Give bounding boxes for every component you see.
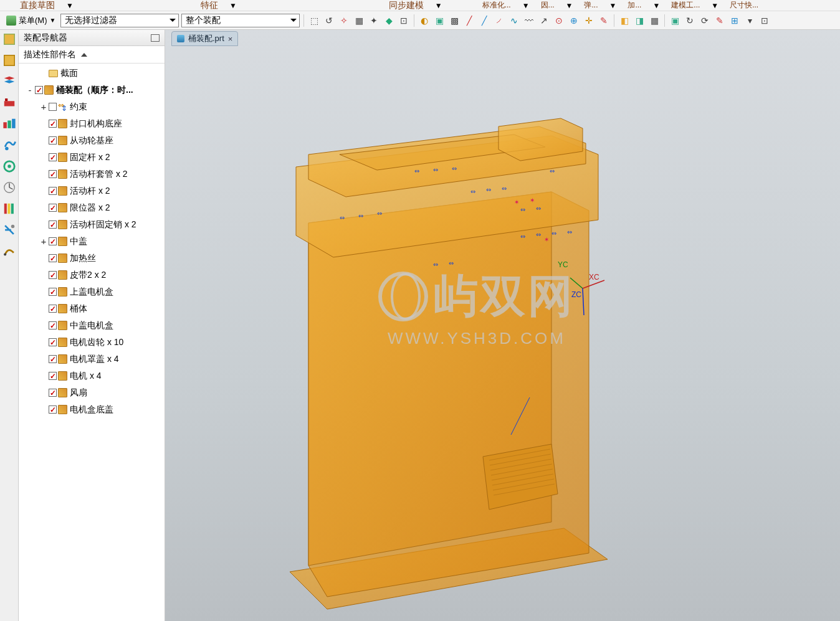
maximize-icon[interactable] — [151, 34, 160, 42]
tree-row[interactable]: 加热丝 — [19, 250, 165, 267]
tree-row[interactable]: 封口机构底座 — [19, 115, 165, 132]
strip-icon[interactable] — [2, 75, 16, 88]
document-tab[interactable]: 桶装配.prt × — [171, 31, 238, 46]
viewport[interactable]: 桶装配.prt × — [165, 30, 840, 621]
strip-icon[interactable] — [2, 181, 16, 194]
menu-feature[interactable]: 特征 — [193, 0, 226, 11]
tree-row[interactable]: 桶体 — [19, 300, 165, 317]
strip-icon[interactable] — [2, 117, 16, 131]
strip-icon[interactable] — [2, 223, 16, 237]
tool-icon[interactable]: ⊞ — [728, 14, 741, 27]
menu-e[interactable]: 尺寸快... — [722, 0, 766, 11]
tree-row[interactable]: 电机齿轮 x 10 — [19, 334, 165, 351]
tree-row[interactable]: 风扇 — [19, 384, 165, 401]
expander-icon[interactable]: + — [40, 103, 47, 111]
close-icon[interactable]: × — [228, 34, 233, 44]
tool-icon[interactable]: ◧ — [618, 14, 631, 27]
strip-icon[interactable] — [2, 96, 16, 110]
tool-icon[interactable]: ◐ — [418, 14, 431, 27]
tool-icon[interactable]: ╱ — [463, 14, 475, 27]
checkbox[interactable] — [49, 355, 57, 363]
tool-icon[interactable]: ✎ — [714, 14, 726, 27]
tool-icon[interactable]: ╱ — [478, 14, 490, 27]
strip-icon[interactable] — [2, 159, 16, 173]
tree-row[interactable]: 电机 x 4 — [19, 367, 165, 384]
menu-a[interactable]: 因... — [533, 0, 562, 11]
tool-icon[interactable]: ✛ — [583, 14, 595, 27]
tree-row[interactable]: 电机盒底盖 — [19, 401, 165, 418]
checkbox[interactable] — [49, 187, 57, 195]
tree-row[interactable]: 上盖电机盒 — [19, 283, 165, 300]
checkbox[interactable] — [49, 288, 57, 296]
tool-icon[interactable]: ◆ — [383, 14, 395, 27]
tree-row[interactable]: +中盖 — [19, 233, 165, 250]
menu-c[interactable]: 加... — [620, 0, 649, 11]
tree-row[interactable]: 活动杆固定销 x 2 — [19, 216, 165, 233]
tool-icon[interactable]: ⊙ — [553, 14, 565, 27]
tool-icon[interactable]: ▩ — [448, 14, 461, 27]
strip-icon[interactable] — [2, 202, 16, 216]
tool-icon[interactable]: ▣ — [669, 14, 681, 27]
strip-icon[interactable] — [2, 54, 16, 67]
tool-icon[interactable]: ▦ — [353, 14, 365, 27]
checkbox[interactable] — [49, 103, 57, 111]
tool-icon[interactable]: ⟋ — [493, 14, 505, 27]
filter-select[interactable]: 无选择过滤器 — [60, 14, 179, 27]
checkbox[interactable] — [49, 170, 57, 178]
checkbox[interactable] — [49, 338, 57, 346]
menu-d[interactable]: 建模工... — [664, 0, 707, 11]
checkbox[interactable] — [49, 389, 57, 397]
checkbox[interactable] — [49, 321, 57, 329]
tool-icon[interactable]: ▾ — [743, 14, 756, 27]
tree-row[interactable]: -桶装配（顺序：时... — [19, 82, 165, 98]
tree-row[interactable]: 从动轮基座 — [19, 132, 165, 149]
tree-row[interactable]: 活动杆 x 2 — [19, 183, 165, 199]
checkbox[interactable] — [49, 136, 57, 145]
strip-icon[interactable] — [2, 138, 16, 152]
tool-icon[interactable]: ⟳ — [699, 14, 711, 27]
tree-row[interactable]: 固定杆 x 2 — [19, 149, 165, 166]
tool-icon[interactable]: ↻ — [684, 14, 696, 27]
tool-icon[interactable]: ✎ — [598, 14, 610, 27]
strip-icon[interactable] — [2, 32, 16, 46]
tool-icon[interactable]: ▣ — [433, 14, 446, 27]
tool-icon[interactable]: ⊡ — [758, 14, 771, 27]
menu-sketch[interactable]: 直接草图 — [12, 0, 62, 11]
tool-icon[interactable]: ∿ — [508, 14, 520, 27]
tree-row[interactable]: 电机罩盖 x 4 — [19, 351, 165, 367]
tree-row[interactable]: 中盖电机盒 — [19, 317, 165, 334]
tool-icon[interactable]: ⊕ — [568, 14, 580, 27]
checkbox[interactable] — [35, 86, 43, 94]
column-header[interactable]: 描述性部件名 — [19, 46, 165, 64]
tool-icon[interactable]: ✧ — [338, 14, 350, 27]
checkbox[interactable] — [49, 237, 57, 245]
checkbox[interactable] — [49, 220, 57, 229]
checkbox[interactable] — [49, 254, 57, 262]
tool-icon[interactable]: ◨ — [633, 14, 646, 27]
menu-b[interactable]: 弹... — [576, 0, 605, 11]
checkbox[interactable] — [49, 120, 57, 128]
tree-row[interactable]: +约束 — [19, 98, 165, 115]
expander-icon[interactable]: + — [40, 238, 47, 245]
checkbox[interactable] — [49, 204, 57, 212]
tool-icon[interactable]: ▦ — [648, 14, 661, 27]
tree-row[interactable]: 活动杆套管 x 2 — [19, 166, 165, 183]
checkbox[interactable] — [49, 305, 57, 313]
main-menu-button[interactable]: 菜单(M) ▼ — [4, 14, 58, 27]
tree-row[interactable]: 截面 — [19, 65, 165, 82]
checkbox[interactable] — [49, 153, 57, 161]
strip-icon[interactable] — [2, 244, 16, 258]
tree-row[interactable]: 限位器 x 2 — [19, 199, 165, 216]
checkbox[interactable] — [49, 271, 57, 279]
tool-icon[interactable]: ✦ — [368, 14, 380, 27]
tool-icon[interactable]: ↗ — [538, 14, 550, 27]
menu-sync[interactable]: 同步建模 — [381, 0, 431, 11]
checkbox[interactable] — [49, 372, 57, 380]
checkbox[interactable] — [49, 405, 57, 414]
tool-icon[interactable]: ⊡ — [398, 14, 410, 27]
tree-row[interactable]: 皮带2 x 2 — [19, 267, 165, 283]
tool-icon[interactable]: ↺ — [323, 14, 335, 27]
menu-std[interactable]: 标准化... — [475, 0, 518, 11]
tool-icon[interactable]: 〰 — [523, 14, 535, 27]
tool-icon[interactable]: ⬚ — [308, 14, 320, 27]
